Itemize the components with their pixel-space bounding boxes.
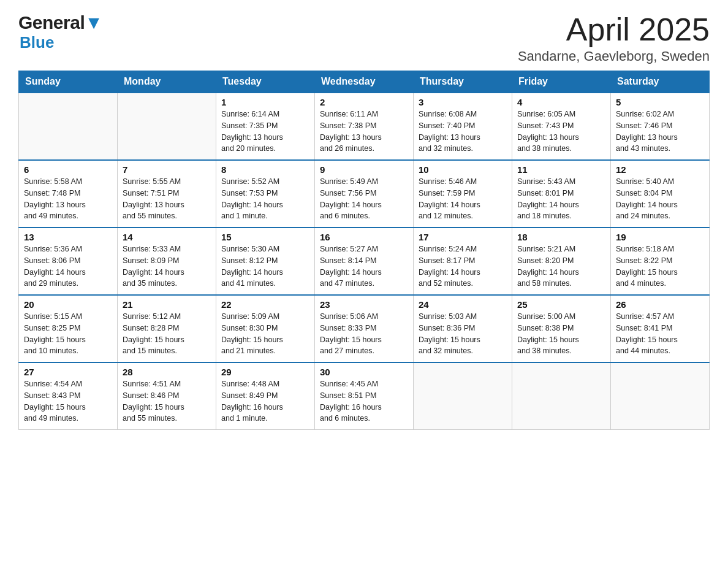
- day-info: Sunrise: 5:46 AMSunset: 7:59 PMDaylight:…: [419, 176, 507, 222]
- calendar-cell: 11Sunrise: 5:43 AMSunset: 8:01 PMDayligh…: [512, 160, 611, 228]
- calendar-week-row: 20Sunrise: 5:15 AMSunset: 8:25 PMDayligh…: [19, 295, 710, 362]
- day-number: 23: [320, 299, 408, 310]
- day-number: 25: [517, 299, 605, 310]
- day-number: 29: [221, 367, 309, 377]
- calendar-cell: 8Sunrise: 5:52 AMSunset: 7:53 PMDaylight…: [216, 160, 315, 228]
- calendar-cell: [512, 362, 611, 430]
- calendar-cell: 6Sunrise: 5:58 AMSunset: 7:48 PMDaylight…: [19, 160, 118, 228]
- title-block: April 2025 Sandarne, Gaevleborg, Sweden: [518, 12, 710, 64]
- calendar-week-row: 27Sunrise: 4:54 AMSunset: 8:43 PMDayligh…: [19, 362, 710, 430]
- day-info: Sunrise: 5:36 AMSunset: 8:06 PMDaylight:…: [24, 243, 112, 289]
- calendar-week-row: 1Sunrise: 6:14 AMSunset: 7:35 PMDaylight…: [19, 93, 710, 160]
- day-info: Sunrise: 5:43 AMSunset: 8:01 PMDaylight:…: [517, 176, 605, 222]
- day-number: 5: [616, 97, 704, 107]
- day-number: 14: [123, 232, 211, 242]
- day-number: 11: [517, 164, 605, 175]
- day-info: Sunrise: 5:03 AMSunset: 8:36 PMDaylight:…: [419, 311, 507, 357]
- day-info: Sunrise: 5:40 AMSunset: 8:04 PMDaylight:…: [616, 176, 704, 222]
- day-info: Sunrise: 4:57 AMSunset: 8:41 PMDaylight:…: [616, 311, 704, 357]
- calendar-cell: 25Sunrise: 5:00 AMSunset: 8:38 PMDayligh…: [512, 295, 611, 362]
- day-info: Sunrise: 5:24 AMSunset: 8:17 PMDaylight:…: [419, 243, 507, 289]
- day-info: Sunrise: 6:02 AMSunset: 7:46 PMDaylight:…: [616, 109, 704, 155]
- calendar-cell: 12Sunrise: 5:40 AMSunset: 8:04 PMDayligh…: [611, 160, 710, 228]
- day-info: Sunrise: 5:33 AMSunset: 8:09 PMDaylight:…: [123, 243, 211, 289]
- month-title: April 2025: [518, 12, 710, 47]
- day-number: 9: [320, 164, 408, 175]
- calendar-week-row: 6Sunrise: 5:58 AMSunset: 7:48 PMDaylight…: [19, 160, 710, 228]
- day-info: Sunrise: 5:30 AMSunset: 8:12 PMDaylight:…: [221, 243, 309, 289]
- day-number: 20: [24, 299, 112, 310]
- calendar-cell: 26Sunrise: 4:57 AMSunset: 8:41 PMDayligh…: [611, 295, 710, 362]
- day-info: Sunrise: 5:49 AMSunset: 7:56 PMDaylight:…: [320, 176, 408, 222]
- calendar-cell: 3Sunrise: 6:08 AMSunset: 7:40 PMDaylight…: [414, 93, 512, 160]
- calendar-cell: 17Sunrise: 5:24 AMSunset: 8:17 PMDayligh…: [414, 228, 512, 295]
- day-number: 18: [517, 232, 605, 242]
- calendar-cell: 4Sunrise: 6:05 AMSunset: 7:43 PMDaylight…: [512, 93, 611, 160]
- day-info: Sunrise: 4:48 AMSunset: 8:49 PMDaylight:…: [221, 378, 309, 424]
- calendar-cell: 22Sunrise: 5:09 AMSunset: 8:30 PMDayligh…: [216, 295, 315, 362]
- day-info: Sunrise: 5:12 AMSunset: 8:28 PMDaylight:…: [123, 311, 211, 357]
- day-info: Sunrise: 6:08 AMSunset: 7:40 PMDaylight:…: [419, 109, 507, 155]
- day-info: Sunrise: 5:21 AMSunset: 8:20 PMDaylight:…: [517, 243, 605, 289]
- day-number: 21: [123, 299, 211, 310]
- day-info: Sunrise: 4:51 AMSunset: 8:46 PMDaylight:…: [123, 378, 211, 424]
- day-info: Sunrise: 6:05 AMSunset: 7:43 PMDaylight:…: [517, 109, 605, 155]
- logo: General▼ Blue: [18, 12, 102, 52]
- day-number: 17: [419, 232, 507, 242]
- day-number: 7: [123, 164, 211, 175]
- day-info: Sunrise: 5:58 AMSunset: 7:48 PMDaylight:…: [24, 176, 112, 222]
- weekday-header-saturday: Saturday: [611, 71, 710, 93]
- day-info: Sunrise: 6:11 AMSunset: 7:38 PMDaylight:…: [320, 109, 408, 155]
- day-number: 2: [320, 97, 408, 107]
- day-info: Sunrise: 5:15 AMSunset: 8:25 PMDaylight:…: [24, 311, 112, 357]
- day-number: 26: [616, 299, 704, 310]
- day-number: 13: [24, 232, 112, 242]
- calendar-cell: 7Sunrise: 5:55 AMSunset: 7:51 PMDaylight…: [118, 160, 216, 228]
- day-number: 22: [221, 299, 309, 310]
- day-number: 15: [221, 232, 309, 242]
- day-number: 6: [24, 164, 112, 175]
- day-number: 1: [221, 97, 309, 107]
- day-info: Sunrise: 4:54 AMSunset: 8:43 PMDaylight:…: [24, 378, 112, 424]
- weekday-header-tuesday: Tuesday: [216, 71, 315, 93]
- weekday-header-monday: Monday: [118, 71, 216, 93]
- logo-text: General▼: [18, 12, 102, 33]
- logo-blue-text: Blue: [20, 33, 54, 52]
- day-number: 8: [221, 164, 309, 175]
- day-number: 24: [419, 299, 507, 310]
- calendar-cell: 14Sunrise: 5:33 AMSunset: 8:09 PMDayligh…: [118, 228, 216, 295]
- calendar-cell: 23Sunrise: 5:06 AMSunset: 8:33 PMDayligh…: [315, 295, 414, 362]
- calendar-week-row: 13Sunrise: 5:36 AMSunset: 8:06 PMDayligh…: [19, 228, 710, 295]
- calendar-cell: 20Sunrise: 5:15 AMSunset: 8:25 PMDayligh…: [19, 295, 118, 362]
- calendar-cell: 5Sunrise: 6:02 AMSunset: 7:46 PMDaylight…: [611, 93, 710, 160]
- day-info: Sunrise: 5:00 AMSunset: 8:38 PMDaylight:…: [517, 311, 605, 357]
- day-number: 10: [419, 164, 507, 175]
- calendar-body: 1Sunrise: 6:14 AMSunset: 7:35 PMDaylight…: [19, 93, 710, 430]
- weekday-header-row: SundayMondayTuesdayWednesdayThursdayFrid…: [19, 71, 710, 93]
- weekday-header-friday: Friday: [512, 71, 611, 93]
- day-number: 4: [517, 97, 605, 107]
- day-info: Sunrise: 5:06 AMSunset: 8:33 PMDaylight:…: [320, 311, 408, 357]
- calendar-cell: [118, 93, 216, 160]
- calendar-cell: 18Sunrise: 5:21 AMSunset: 8:20 PMDayligh…: [512, 228, 611, 295]
- day-info: Sunrise: 5:09 AMSunset: 8:30 PMDaylight:…: [221, 311, 309, 357]
- calendar-cell: 21Sunrise: 5:12 AMSunset: 8:28 PMDayligh…: [118, 295, 216, 362]
- day-number: 19: [616, 232, 704, 242]
- day-info: Sunrise: 5:52 AMSunset: 7:53 PMDaylight:…: [221, 176, 309, 222]
- day-number: 3: [419, 97, 507, 107]
- day-info: Sunrise: 5:18 AMSunset: 8:22 PMDaylight:…: [616, 243, 704, 289]
- day-number: 28: [123, 367, 211, 377]
- calendar-cell: 1Sunrise: 6:14 AMSunset: 7:35 PMDaylight…: [216, 93, 315, 160]
- calendar-cell: 27Sunrise: 4:54 AMSunset: 8:43 PMDayligh…: [19, 362, 118, 430]
- calendar-table: SundayMondayTuesdayWednesdayThursdayFrid…: [18, 71, 710, 430]
- calendar-cell: 29Sunrise: 4:48 AMSunset: 8:49 PMDayligh…: [216, 362, 315, 430]
- calendar-cell: 28Sunrise: 4:51 AMSunset: 8:46 PMDayligh…: [118, 362, 216, 430]
- calendar-cell: 10Sunrise: 5:46 AMSunset: 7:59 PMDayligh…: [414, 160, 512, 228]
- day-number: 12: [616, 164, 704, 175]
- day-info: Sunrise: 6:14 AMSunset: 7:35 PMDaylight:…: [221, 109, 309, 155]
- calendar-cell: 9Sunrise: 5:49 AMSunset: 7:56 PMDaylight…: [315, 160, 414, 228]
- calendar-header: SundayMondayTuesdayWednesdayThursdayFrid…: [19, 71, 710, 93]
- calendar-cell: 13Sunrise: 5:36 AMSunset: 8:06 PMDayligh…: [19, 228, 118, 295]
- day-number: 27: [24, 367, 112, 377]
- calendar-cell: 15Sunrise: 5:30 AMSunset: 8:12 PMDayligh…: [216, 228, 315, 295]
